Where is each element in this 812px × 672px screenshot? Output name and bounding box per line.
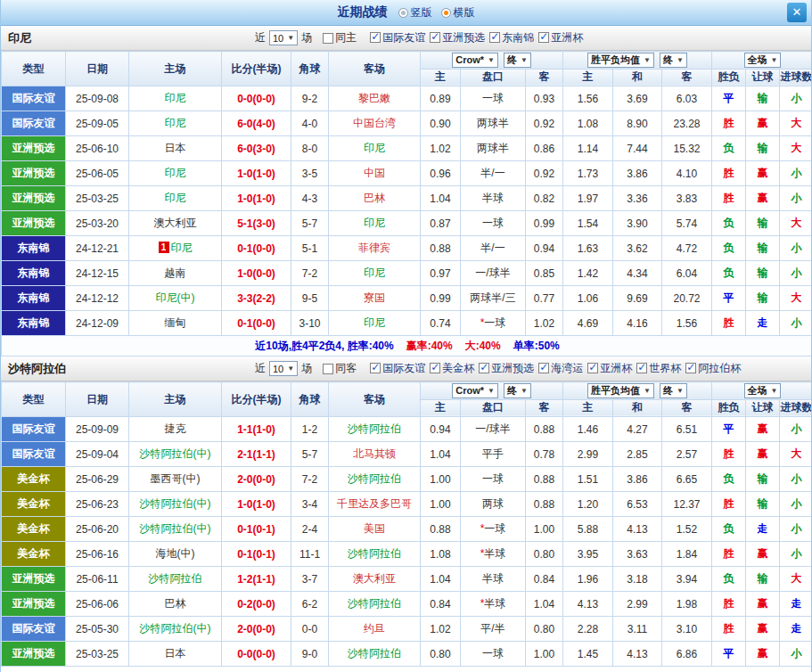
- competition-label: 海湾运: [551, 361, 583, 376]
- games-count-select[interactable]: 10▼: [269, 361, 298, 376]
- summary-segment: 大:40%: [465, 340, 501, 352]
- type-cell: 国际友谊: [2, 617, 66, 642]
- handicap-cell: *一球: [461, 517, 526, 542]
- goals-cell: 小: [780, 161, 812, 186]
- checkbox-checked-icon[interactable]: [538, 32, 549, 43]
- avg-draw-cell: 9.69: [613, 286, 662, 311]
- layout-radio-group: 竖版 横版: [398, 5, 475, 20]
- competition-filter[interactable]: 东南锦: [489, 30, 534, 45]
- competition-filter[interactable]: 美金杯: [430, 361, 474, 376]
- corners-cell: 3-5: [291, 161, 329, 186]
- result-cell: 胜: [712, 592, 746, 617]
- bookmaker-select[interactable]: Crow*▼: [452, 383, 498, 398]
- goals-cell: 大: [780, 567, 812, 592]
- odds-home-cell: 1.04: [421, 186, 461, 211]
- score-cell: 3-3(2-2): [222, 286, 291, 311]
- same-venue-filter[interactable]: 同主: [323, 30, 357, 45]
- avg-odds-header: 胜平负均值▼ 终▼: [563, 52, 712, 70]
- result-cell: 负: [712, 467, 746, 492]
- avg-home-cell: 1.14: [563, 136, 613, 161]
- final-odds-select[interactable]: 终▼: [660, 53, 687, 68]
- home-team-cell: 日本: [129, 136, 222, 161]
- checkbox-checked-icon[interactable]: [538, 363, 549, 373]
- away-team-cell: 沙特阿拉伯: [329, 592, 421, 617]
- odds-home-cell: 1.00: [421, 492, 461, 517]
- goals-cell: 大: [780, 442, 812, 467]
- result-cell: 平: [712, 286, 746, 311]
- checkbox-checked-icon[interactable]: [370, 32, 381, 43]
- date-cell: 24-12-09: [66, 311, 129, 336]
- goals-cell: 大: [780, 286, 812, 311]
- scope-select[interactable]: 全场▼: [744, 53, 782, 68]
- layout-option-vertical[interactable]: 竖版: [398, 5, 432, 20]
- checkbox-checked-icon[interactable]: [370, 363, 381, 373]
- score-cell: 0-0(0-0): [222, 86, 291, 111]
- away-team-cell: 巴林: [329, 186, 421, 211]
- avg-odds-select[interactable]: 胜平负均值▼: [587, 383, 654, 398]
- result-cell: 平: [712, 86, 746, 111]
- scope-select[interactable]: 全场▼: [744, 383, 782, 398]
- corners-cell: 7-2: [291, 261, 329, 286]
- competition-filter[interactable]: 世界杯: [636, 361, 681, 376]
- checkbox-unchecked-icon[interactable]: [323, 364, 333, 374]
- close-icon[interactable]: ✕: [787, 3, 807, 22]
- checkbox-checked-icon[interactable]: [430, 363, 440, 373]
- checkbox-unchecked-icon[interactable]: [323, 33, 333, 44]
- handicap-result-cell: 输: [746, 467, 780, 492]
- avg-draw-cell: 4.13: [613, 642, 662, 667]
- competition-filter[interactable]: 亚洲杯: [538, 30, 583, 45]
- competition-label: 亚洲预选: [491, 361, 534, 376]
- checkbox-checked-icon[interactable]: [479, 363, 489, 373]
- odds-home-cell: 0.96: [421, 161, 461, 186]
- competition-filter[interactable]: 亚洲杯: [587, 361, 632, 376]
- checkbox-checked-icon[interactable]: [685, 363, 696, 373]
- checkbox-checked-icon[interactable]: [636, 363, 647, 373]
- date-cell: 25-05-30: [66, 617, 129, 642]
- date-cell: 25-03-20: [66, 211, 129, 236]
- avg-away-cell: 1.52: [662, 517, 712, 542]
- same-venue-filter[interactable]: 同客: [323, 361, 357, 376]
- games-count-select[interactable]: 10▼: [269, 30, 298, 45]
- layout-option-horizontal[interactable]: 横版: [441, 5, 475, 20]
- score-cell: 6-0(4-0): [222, 111, 291, 136]
- corners-cell: 8-0: [291, 136, 329, 161]
- scope-select-value: 全场: [748, 53, 767, 67]
- col-date: 日期: [66, 52, 129, 86]
- avg-home-cell: 2.28: [563, 617, 613, 642]
- checkbox-checked-icon[interactable]: [430, 32, 440, 43]
- avg-home-cell: 1.56: [563, 86, 613, 111]
- bookmaker-select[interactable]: Crow*▼: [452, 53, 498, 68]
- competition-filter[interactable]: 海湾运: [538, 361, 583, 376]
- radio-unselected-icon[interactable]: [398, 8, 408, 18]
- handicap-cell: 半/一: [461, 236, 526, 261]
- col-handicap: 盘口: [461, 69, 526, 86]
- col-handicap: 盘口: [461, 399, 526, 417]
- match-row: 国际友谊25-09-08印尼0-0(0-0)9-2黎巴嫩0.89一球0.931.…: [2, 86, 812, 111]
- score-cell: 1-0(0-0): [222, 261, 291, 286]
- competition-filter[interactable]: 国际友谊: [370, 361, 425, 376]
- final-odds-select[interactable]: 终▼: [660, 383, 687, 398]
- away-team-cell: 北马其顿: [329, 442, 421, 467]
- radio-selected-icon[interactable]: [441, 8, 451, 18]
- final-odds-select[interactable]: 终▼: [504, 53, 531, 68]
- avg-home-cell: 1.73: [563, 161, 613, 186]
- competition-label: 阿拉伯杯: [698, 361, 741, 376]
- avg-draw-cell: 2.99: [613, 592, 662, 617]
- date-cell: 25-09-04: [66, 442, 129, 467]
- competition-filter[interactable]: 亚洲预选: [430, 30, 485, 45]
- checkbox-checked-icon[interactable]: [489, 32, 500, 43]
- home-team-cell: 沙特阿拉伯: [129, 567, 222, 592]
- home-team-cell: 巴林: [129, 592, 222, 617]
- odds-home-cell: 1.08: [421, 542, 461, 567]
- final-odds-select[interactable]: 终▼: [504, 383, 531, 398]
- red-card-badge: 1: [159, 242, 169, 253]
- odds-away-cell: 0.77: [526, 286, 563, 311]
- corners-cell: 7-2: [291, 467, 329, 492]
- col-avg-home: 主: [563, 69, 613, 86]
- competition-filter[interactable]: 阿拉伯杯: [685, 361, 741, 376]
- checkbox-checked-icon[interactable]: [587, 363, 598, 373]
- competition-filter[interactable]: 亚洲预选: [479, 361, 534, 376]
- competition-filter[interactable]: 国际友谊: [370, 30, 425, 45]
- avg-odds-select[interactable]: 胜平负均值▼: [587, 53, 654, 68]
- games-count-value: 10: [273, 33, 283, 44]
